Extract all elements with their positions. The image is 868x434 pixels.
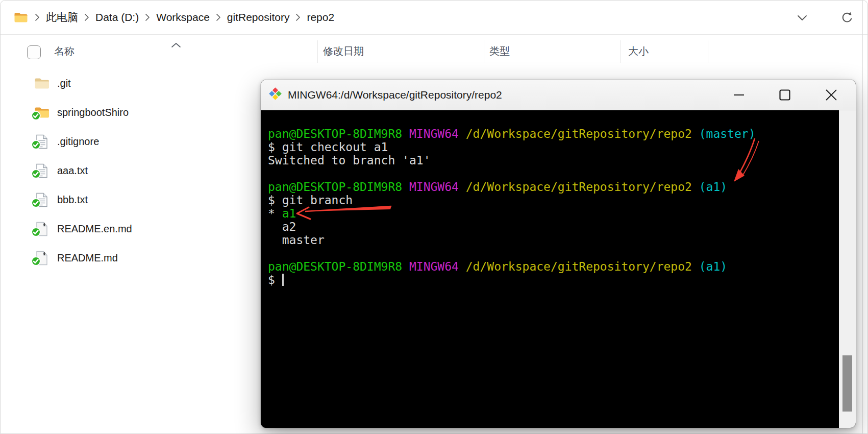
addressbar-actions: [793, 1, 856, 35]
terminal-line: Switched to branch 'a1': [268, 154, 839, 167]
file-name: .git: [57, 78, 71, 89]
terminal-title: MINGW64:/d/Workspace/gitRepository/repo2: [288, 89, 502, 101]
breadcrumb-bar: 此电脑Data (D:)WorkspacegitRepositoryrepo2: [1, 1, 867, 35]
explorer-right-border: [862, 0, 863, 434]
mingw64-app-icon: [268, 87, 282, 103]
column-divider[interactable]: [317, 40, 318, 63]
terminal-line: pan@DESKTOP-8DIM9R8 MINGW64 /d/Workspace…: [268, 260, 839, 273]
sort-ascending-icon: [171, 41, 181, 50]
file-explorer-window: 此电脑Data (D:)WorkspacegitRepositoryrepo2 …: [0, 0, 868, 434]
file-name: .gitignore: [57, 136, 99, 148]
text-file-icon: [34, 134, 49, 150]
terminal-line: $ git checkout a1: [268, 140, 839, 154]
terminal-line: [268, 167, 839, 180]
file-name: README.md: [57, 252, 118, 264]
terminal-line: pan@DESKTOP-8DIM9R8 MINGW64 /d/Workspace…: [268, 180, 839, 194]
terminal-scrollbar[interactable]: [839, 110, 856, 428]
column-header-size[interactable]: 大小: [628, 35, 649, 67]
terminal-window: MINGW64:/d/Workspace/gitRepository/repo2…: [261, 80, 856, 428]
folder-icon: [34, 105, 49, 120]
git-synced-check-icon: [31, 198, 41, 210]
breadcrumb-item[interactable]: repo2: [304, 9, 337, 26]
text-file-icon: [34, 192, 49, 208]
terminal-line: [268, 247, 839, 260]
column-divider[interactable]: [708, 40, 708, 63]
md-file-icon: [34, 222, 49, 237]
file-name: springbootShiro: [57, 107, 129, 118]
terminal-titlebar[interactable]: MINGW64:/d/Workspace/gitRepository/repo2: [261, 80, 856, 110]
file-name: aaa.txt: [57, 165, 88, 177]
column-divider[interactable]: [621, 40, 621, 63]
terminal-output[interactable]: pan@DESKTOP-8DIM9R8 MINGW64 /d/Workspace…: [261, 110, 839, 428]
file-row[interactable]: bbb.txt: [1, 185, 240, 214]
chevron-right-icon: [84, 13, 89, 21]
file-name: README.en.md: [57, 223, 132, 235]
breadcrumb-item[interactable]: Data (D:): [92, 9, 142, 26]
maximize-icon[interactable]: [774, 80, 796, 110]
minimize-icon[interactable]: [728, 80, 750, 110]
breadcrumb-item[interactable]: gitRepository: [224, 9, 293, 26]
folder-icon: [14, 12, 28, 23]
column-header-name[interactable]: 名称: [54, 35, 75, 67]
terminal-line: $: [268, 273, 839, 286]
text-file-icon: [34, 163, 49, 179]
git-synced-check-icon: [31, 111, 41, 123]
file-row[interactable]: .gitignore: [1, 127, 240, 156]
select-all-checkbox[interactable]: [27, 45, 41, 59]
breadcrumb: 此电脑Data (D:)WorkspacegitRepositoryrepo2: [32, 8, 337, 27]
column-header-type[interactable]: 类型: [489, 35, 510, 67]
terminal-scrollbar-thumb[interactable]: [842, 355, 852, 412]
column-header-row: 名称 修改日期 类型 大小: [1, 35, 863, 67]
file-row[interactable]: springbootShiro: [1, 98, 240, 127]
chevron-right-icon: [295, 13, 301, 21]
file-row[interactable]: .git: [1, 69, 240, 98]
refresh-icon[interactable]: [838, 9, 856, 27]
terminal-line: pan@DESKTOP-8DIM9R8 MINGW64 /d/Workspace…: [268, 127, 839, 140]
git-synced-check-icon: [31, 140, 41, 152]
file-row[interactable]: README.en.md: [1, 214, 240, 244]
git-synced-check-icon: [31, 227, 41, 239]
file-list: .gitspringbootShiro.gitignoreaaa.txtbbb.…: [1, 69, 240, 273]
terminal-line: * a1: [268, 207, 839, 220]
terminal-line: $ git branch: [268, 194, 839, 207]
git-synced-check-icon: [31, 169, 41, 181]
file-name: bbb.txt: [57, 194, 88, 206]
column-divider[interactable]: [484, 40, 484, 63]
git-synced-check-icon: [31, 256, 41, 268]
terminal-line: a2: [268, 220, 839, 233]
terminal-cursor: [282, 274, 284, 286]
terminal-line: master: [268, 233, 839, 247]
md-file-icon: [34, 251, 49, 266]
chevron-right-icon: [145, 13, 150, 21]
file-row[interactable]: README.md: [1, 244, 240, 273]
chevron-right-icon: [35, 13, 40, 21]
folder-icon: [34, 76, 49, 91]
chevron-down-icon[interactable]: [793, 9, 811, 27]
file-row[interactable]: aaa.txt: [1, 156, 240, 185]
close-icon[interactable]: [820, 80, 842, 110]
chevron-right-icon: [216, 13, 221, 21]
column-header-date-modified[interactable]: 修改日期: [323, 35, 364, 67]
breadcrumb-item[interactable]: Workspace: [153, 9, 213, 26]
breadcrumb-item[interactable]: 此电脑: [43, 8, 81, 27]
